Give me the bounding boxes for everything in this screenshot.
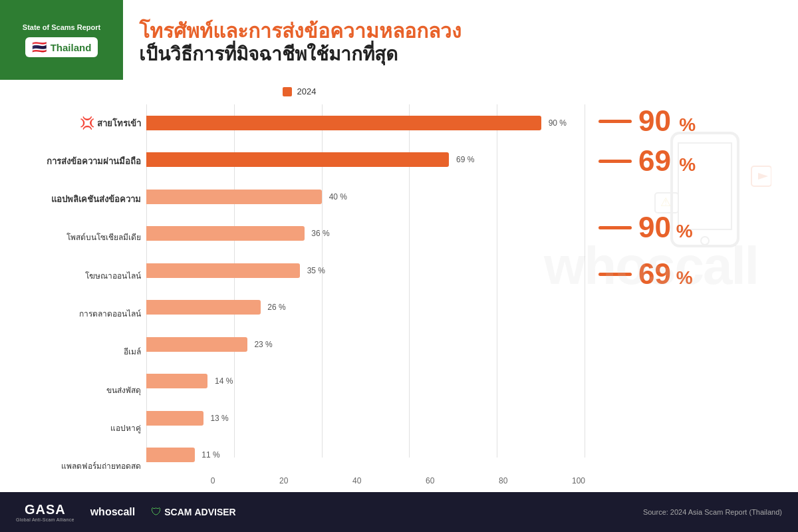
- bar-fill: 40 %: [146, 190, 322, 204]
- bar-fill: 36 %: [146, 226, 305, 241]
- whoscall-logo: whoscall: [90, 506, 136, 518]
- chart-wrapper: 💢สายโทรเข้าการส่งข้อความผ่านมือถือแอปพลิ…: [13, 104, 585, 485]
- y-axis: 💢สายโทรเข้าการส่งข้อความผ่านมือถือแอปพลิ…: [13, 104, 146, 485]
- y-label: แอปหาคู่: [13, 416, 141, 440]
- shield-icon: 🛡: [151, 506, 162, 518]
- header-right: โทรศัพท์และการส่งข้อความหลอกลวง เป็นวิธี…: [123, 0, 798, 80]
- bar-chart-container: 90 %69 %40 %36 %35 %26 %23 %14 %13 %11 %…: [146, 104, 585, 485]
- chart-area: 2024 💢สายโทรเข้าการส่งข้อความผ่านมือถือแ…: [13, 86, 585, 485]
- scam-normal-text: SCAM: [164, 507, 192, 517]
- country-label: Thailand: [51, 42, 92, 53]
- highlight-line: [598, 160, 632, 163]
- highlight-line: [598, 273, 632, 276]
- legend-row: 2024: [13, 86, 585, 96]
- bar-row: 36 %: [146, 222, 585, 245]
- bar-fill: 14 %: [146, 374, 207, 388]
- bar-value-label: 35 %: [307, 266, 325, 275]
- bar-row: 90 %: [146, 112, 585, 134]
- highlight-unit: %: [671, 267, 693, 288]
- header: State of Scams Report 🇹🇭 Thailand โทรศัพ…: [0, 0, 798, 80]
- y-label: โพสต์บนโซเชียลมีเดีย: [13, 226, 141, 250]
- bar-value-label: 90 %: [549, 118, 567, 128]
- bar-track: 69 %: [146, 152, 585, 167]
- x-axis-label: 80: [499, 476, 507, 485]
- bar-row: 23 %: [146, 333, 585, 356]
- bar-row: 13 %: [146, 407, 585, 430]
- highlight-line: [598, 120, 632, 123]
- bar-value-label: 14 %: [215, 376, 233, 386]
- y-label: แอปพลิเคชันส่งข้อความ: [13, 188, 141, 211]
- bar-value-label: 26 %: [267, 303, 285, 312]
- bar-fill: 35 %: [146, 263, 300, 278]
- x-axis-labels: 020406080100: [146, 473, 585, 485]
- x-axis-label: 0: [211, 476, 215, 485]
- bar-track: 90 %: [146, 116, 585, 130]
- bar-fill: 69 %: [146, 152, 449, 167]
- bar-fill: 11 %: [146, 448, 195, 462]
- x-axis-label: 40: [352, 476, 361, 485]
- bar-track: 26 %: [146, 300, 585, 315]
- bars-container: 90 %69 %40 %36 %35 %26 %23 %14 %13 %11 %: [146, 104, 585, 473]
- svg-marker-4: [758, 173, 768, 180]
- bar-value-label: 40 %: [329, 192, 347, 201]
- scamadviser-logo: 🛡 SCAM ADVISER: [151, 506, 235, 518]
- svg-rect-1: [678, 143, 732, 229]
- x-axis-label: 60: [426, 476, 434, 485]
- page-container: State of Scams Report 🇹🇭 Thailand โทรศัพ…: [0, 0, 798, 532]
- legend-color-box: [283, 87, 292, 96]
- highlight-value: 69 %: [638, 259, 693, 289]
- bar-value-label: 13 %: [210, 414, 228, 423]
- gasa-logo: GASA Global Anti-Scam Alliance: [16, 502, 74, 522]
- bar-track: 14 %: [146, 374, 585, 388]
- bar-track: 40 %: [146, 190, 585, 204]
- legend-label: 2024: [297, 86, 317, 96]
- y-label: 💢สายโทรเข้า: [13, 112, 141, 136]
- bar-track: 36 %: [146, 226, 585, 241]
- bar-row: 69 %: [146, 148, 585, 171]
- whoscall-text: whoscall: [90, 506, 136, 517]
- bar-fill: 26 %: [146, 300, 261, 315]
- footer-source: Source: 2024 Asia Scam Report (Thailand): [643, 508, 782, 516]
- highlight-line: [598, 226, 632, 229]
- bar-fill: 23 %: [146, 337, 247, 352]
- gasa-sub-text: Global Anti-Scam Alliance: [16, 517, 74, 522]
- bar-value-label: 23 %: [254, 340, 272, 349]
- bar-value-label: 36 %: [311, 229, 329, 238]
- scam-bold-text: ADVISER: [194, 507, 235, 517]
- y-label: แพลตฟอร์มถ่ายทอดสด: [13, 454, 141, 478]
- right-panel: 90 %69 %90 %69 % ⚠: [585, 86, 785, 485]
- flag-icon: 🇹🇭: [32, 40, 47, 55]
- bar-row: 14 %: [146, 370, 585, 392]
- bar-track: 23 %: [146, 337, 585, 352]
- y-label: การส่งข้อความผ่านมือถือ: [13, 150, 141, 174]
- bar-track: 13 %: [146, 411, 585, 426]
- y-label: อีเมล์: [13, 340, 141, 364]
- bar-track: 11 %: [146, 448, 585, 462]
- bar-value-label: 11 %: [201, 450, 219, 460]
- svg-point-2: [701, 237, 709, 245]
- bar-row: 35 %: [146, 259, 585, 282]
- title-line1: โทรศัพท์และการส่งข้อความหลอกลวง: [139, 19, 782, 43]
- bar-track: 35 %: [146, 263, 585, 278]
- bar-chart-area: 90 %69 %40 %36 %35 %26 %23 %14 %13 %11 %: [146, 104, 585, 473]
- gasa-main-text: GASA: [25, 502, 66, 517]
- bar-fill: 90 %: [146, 116, 541, 130]
- footer-logos: GASA Global Anti-Scam Alliance whoscall …: [16, 502, 236, 522]
- report-title: State of Scams Report: [23, 23, 100, 32]
- bar-row: 11 %: [146, 444, 585, 466]
- y-label: โฆษณาออนไลน์: [13, 264, 141, 288]
- y-label: การตลาดออนไลน์: [13, 302, 141, 326]
- x-axis-label: 100: [572, 476, 585, 485]
- y-label: ขนส่งพัสดุ: [13, 378, 141, 402]
- phone-illustration: ⚠: [645, 126, 778, 259]
- content-area: 2024 💢สายโทรเข้าการส่งข้อความผ่านมือถือแ…: [0, 80, 798, 492]
- bar-row: 26 %: [146, 296, 585, 319]
- title-line2: เป็นวิธีการที่มิจฉาชีพใช้มากที่สุด: [139, 43, 782, 66]
- highlight-row: 69 %: [598, 259, 693, 289]
- bar-row: 40 %: [146, 186, 585, 208]
- svg-text:⚠: ⚠: [660, 196, 671, 209]
- header-left: State of Scams Report 🇹🇭 Thailand: [0, 0, 123, 80]
- bar-value-label: 69 %: [456, 155, 474, 164]
- footer: GASA Global Anti-Scam Alliance whoscall …: [0, 492, 798, 532]
- thailand-badge: 🇹🇭 Thailand: [25, 37, 98, 57]
